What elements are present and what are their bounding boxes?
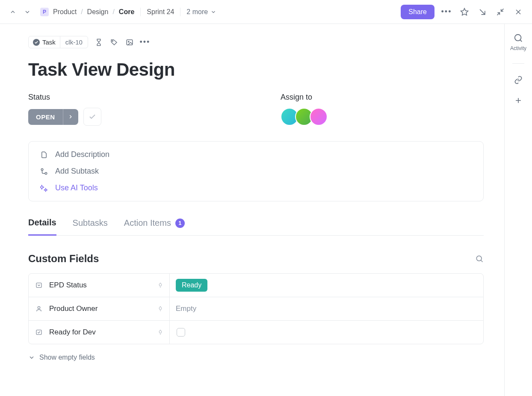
action-items-badge: 1 xyxy=(175,219,185,228)
assign-label: Assign to xyxy=(281,93,328,102)
topbar-left: P Product / Design / Core Sprint 24 2 mo… xyxy=(8,7,216,17)
chevron-down-icon xyxy=(210,9,216,15)
show-empty-label: Show empty fields xyxy=(39,354,95,361)
tab-details[interactable]: Details xyxy=(28,218,56,236)
add-subtask-button[interactable]: Add Subtask xyxy=(40,167,472,176)
breadcrumbs: P Product / Design / Core Sprint 24 2 mo… xyxy=(40,8,216,16)
status-block: Status OPEN xyxy=(28,93,255,126)
hourglass-icon xyxy=(95,38,103,46)
task-title[interactable]: Task View Design xyxy=(28,59,484,80)
subtask-icon xyxy=(40,167,48,176)
nav-up-button[interactable] xyxy=(8,7,18,17)
document-icon xyxy=(40,151,48,159)
add-panel-button[interactable] xyxy=(514,96,523,105)
custom-fields-table: EPD Status Ready Product Owner xyxy=(28,273,484,344)
task-main: Task clk-10 ••• Task View Design Status xyxy=(0,24,504,396)
svg-point-6 xyxy=(112,41,113,41)
more-button[interactable]: ••• xyxy=(440,6,452,18)
status-next-button[interactable] xyxy=(63,109,78,125)
svg-line-2 xyxy=(497,12,500,15)
dropdown-field-icon xyxy=(35,281,43,290)
copy-link-button[interactable] xyxy=(514,76,523,84)
svg-line-1 xyxy=(480,9,485,15)
breadcrumb-more-label: 2 more xyxy=(186,8,208,16)
status-chip[interactable]: OPEN xyxy=(28,109,78,125)
breadcrumb-sep: / xyxy=(81,8,83,16)
plus-icon xyxy=(514,96,523,105)
custom-field-label-cell[interactable]: Product Owner xyxy=(29,297,170,320)
breadcrumb-design[interactable]: Design xyxy=(87,8,109,16)
svg-point-9 xyxy=(41,168,43,171)
activity-icon xyxy=(514,33,523,43)
favorite-button[interactable] xyxy=(458,6,470,18)
tags-button[interactable] xyxy=(109,38,119,47)
use-ai-button[interactable]: Use AI Tools xyxy=(40,183,472,192)
activity-button[interactable]: Activity xyxy=(510,33,526,51)
custom-field-label-cell[interactable]: EPD Status xyxy=(29,274,170,297)
status-label: Status xyxy=(28,93,255,102)
use-ai-label: Use AI Tools xyxy=(55,183,98,192)
share-button[interactable]: Share xyxy=(401,5,434,19)
mark-complete-button[interactable] xyxy=(83,108,101,126)
add-subtask-label: Add Subtask xyxy=(55,167,99,176)
nav-down-button[interactable] xyxy=(22,7,33,17)
task-meta: Task clk-10 ••• xyxy=(28,36,484,48)
custom-field-row: EPD Status Ready xyxy=(29,274,483,297)
custom-field-label-cell[interactable]: Ready for Dev xyxy=(29,321,170,344)
sidepanel-divider xyxy=(512,63,524,64)
avatar[interactable] xyxy=(310,108,328,126)
chevron-down-icon xyxy=(28,354,35,361)
close-button[interactable] xyxy=(512,6,524,18)
custom-field-label: Ready for Dev xyxy=(49,328,96,337)
breadcrumb-core[interactable]: Core xyxy=(119,8,134,16)
task-type-check-icon xyxy=(33,39,40,46)
svg-point-14 xyxy=(38,307,40,309)
activity-label: Activity xyxy=(510,45,526,51)
svg-point-8 xyxy=(128,41,129,42)
project-icon: P xyxy=(40,8,49,16)
task-id: clk-10 xyxy=(60,36,88,48)
add-description-label: Add Description xyxy=(55,150,109,159)
quick-actions: Add Description Add Subtask Use AI Tools xyxy=(28,141,484,201)
add-description-button[interactable]: Add Description xyxy=(40,150,472,159)
pin-button[interactable] xyxy=(157,306,163,312)
collapse-button[interactable] xyxy=(494,6,506,18)
topbar-right: Share ••• xyxy=(401,5,524,19)
svg-point-11 xyxy=(476,256,482,261)
ready-for-dev-checkbox[interactable] xyxy=(177,328,185,337)
star-icon xyxy=(460,8,469,16)
pin-button[interactable] xyxy=(157,329,163,335)
task-pill[interactable]: Task clk-10 xyxy=(28,36,88,48)
svg-line-17 xyxy=(520,40,522,42)
time-tracking-button[interactable] xyxy=(94,38,103,47)
custom-fields-title: Custom Fields xyxy=(28,253,99,265)
custom-field-label: Product Owner xyxy=(49,304,98,313)
breadcrumb-product[interactable]: Product xyxy=(53,8,77,16)
side-panel: Activity xyxy=(504,24,532,396)
pin-button[interactable] xyxy=(157,282,163,288)
custom-field-row: Product Owner Empty xyxy=(29,297,483,321)
custom-field-label: EPD Status xyxy=(49,281,87,290)
pin-icon xyxy=(157,282,163,288)
breadcrumb-divider xyxy=(140,8,141,16)
breadcrumb-sprint[interactable]: Sprint 24 xyxy=(147,8,174,16)
svg-rect-15 xyxy=(36,330,41,335)
download-button[interactable] xyxy=(476,6,488,18)
tab-action-items[interactable]: Action Items 1 xyxy=(124,218,185,235)
task-type-label: Task xyxy=(42,38,56,46)
custom-field-value-cell[interactable] xyxy=(170,328,483,337)
task-more-button[interactable]: ••• xyxy=(140,38,150,47)
custom-field-value-cell[interactable]: Empty xyxy=(170,304,483,313)
cover-image-button[interactable] xyxy=(125,38,134,47)
assignees[interactable] xyxy=(281,108,328,126)
show-empty-fields-button[interactable]: Show empty fields xyxy=(28,354,484,361)
svg-rect-13 xyxy=(36,283,41,288)
image-icon xyxy=(126,38,133,46)
custom-field-value-cell[interactable]: Ready xyxy=(170,279,483,292)
svg-point-10 xyxy=(45,172,47,174)
link-icon xyxy=(514,76,523,84)
custom-fields-header: Custom Fields xyxy=(28,253,484,265)
custom-fields-search-button[interactable] xyxy=(475,254,484,263)
tab-subtasks[interactable]: Subtasks xyxy=(73,218,108,235)
breadcrumb-more[interactable]: 2 more xyxy=(186,8,216,16)
